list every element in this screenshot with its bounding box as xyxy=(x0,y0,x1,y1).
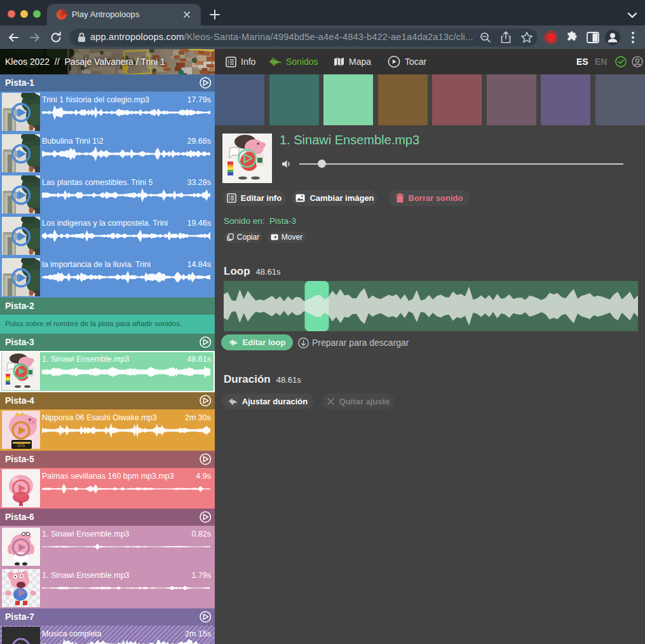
svg-text:GG: GG xyxy=(17,442,25,448)
